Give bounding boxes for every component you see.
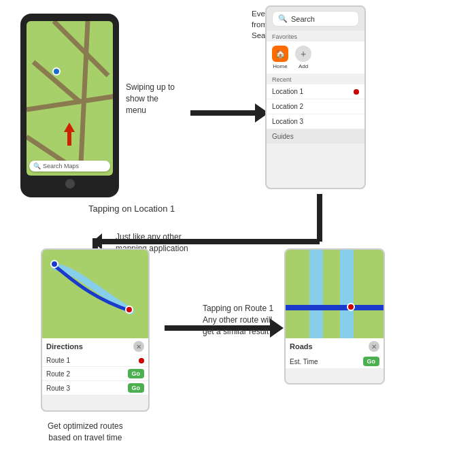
directions-phone: Directions ✕ Route 1 Route 2 Go Route 3 … [41,248,150,412]
map-search-bar[interactable]: 🔍 Search Maps [29,161,110,172]
search-placeholder: Search Maps [43,163,79,169]
home-icon: 🏠 [272,46,288,62]
map-screen: 🔍 Search Maps [27,21,113,176]
svg-line-2 [27,96,113,110]
current-location-dot [52,67,61,76]
swipe-line1: Swiping up to [126,82,175,92]
swipe-line2: show the [126,94,158,103]
location1-text: Location 1 [272,88,303,95]
nav-arrow [64,123,75,146]
arrow-right-top [190,103,269,123]
roads-go[interactable]: Go [363,357,380,366]
close-button[interactable]: ✕ [133,341,144,352]
route2-row[interactable]: Route 2 Go [42,367,148,381]
swipe-label: Swiping up to show the menu [126,82,175,116]
directions-title: Directions [46,342,83,351]
roads-svg [286,250,385,338]
directions-header: Directions ✕ [42,338,148,355]
favorites-label: Favorites [267,31,364,42]
tap-route-line2: Any other route will [203,315,272,325]
swipe-line3: menu [126,105,146,115]
location1-item[interactable]: Location 1 [267,84,364,99]
location3-text: Location 3 [272,118,303,125]
directions-map [42,250,148,338]
svg-rect-10 [309,250,323,338]
arrow-body [190,110,255,116]
add-label: Add [299,63,308,69]
search-phone: 🔍 Search Favorites 🏠 Home + Add Recent L… [265,5,366,189]
roads-map [286,250,384,338]
route3-label: Route 3 [46,385,70,392]
location2-item[interactable]: Location 2 [267,99,364,114]
route1-row[interactable]: Route 1 [42,355,148,367]
start-dot [50,260,58,268]
optimized-label: Get optimized routes based on travel tim… [48,421,123,444]
route2-label: Route 2 [46,370,70,378]
est-time-label: Est. Time [290,358,318,365]
location1-dot [354,89,359,95]
recent-label: Recent [267,74,364,84]
home-fav[interactable]: 🏠 Home [272,46,288,69]
tap-route-line3: get a similar result [203,327,269,336]
roads-phone: Roads ✕ Est. Time Go [284,248,385,385]
location2-text: Location 2 [272,103,303,110]
add-fav[interactable]: + Add [295,46,311,69]
optimized-line2: based on travel time [48,433,122,442]
location3-item[interactable]: Location 3 [267,114,364,129]
svg-line-4 [27,137,67,164]
tap-route-line1: Tapping on Route 1 [203,304,273,313]
map-phone: 🔍 Search Maps [20,14,119,197]
roads-header: Roads ✕ [286,338,384,355]
guides-section: Guides [267,129,364,144]
route3-row[interactable]: Route 3 Go [42,381,148,395]
svg-rect-11 [340,250,354,338]
add-icon: + [295,46,311,62]
end-dot [125,306,133,314]
route1-label: Route 1 [46,357,70,364]
route3-go[interactable]: Go [128,383,145,393]
search-label: Search [291,15,315,23]
search-bar[interactable]: 🔍 Search [272,11,359,27]
arrow-shaft [67,132,71,146]
route2-go[interactable]: Go [128,369,145,378]
search-icon: 🔍 [278,14,288,23]
roads-close[interactable]: ✕ [369,341,379,352]
dest-dot [347,303,355,311]
map-roads [27,21,113,176]
home-button[interactable] [65,179,75,189]
search-icon: 🔍 [33,163,41,169]
roads-title: Roads [290,342,313,351]
est-time-row: Est. Time Go [286,355,384,368]
favorites-row: 🏠 Home + Add [267,42,364,74]
svg-line-3 [81,21,88,164]
search-header: 🔍 Search [267,7,364,31]
tap-route-label: Tapping on Route 1 Any other route will … [203,303,273,337]
just-like-line1: Just like any other [116,232,182,242]
diagram: Everything a map needs from Apple Maps S… [0,0,476,456]
home-label: Home [273,63,287,69]
optimized-line1: Get optimized routes [48,421,123,431]
arrow-head [64,123,75,132]
route1-indicator [139,358,144,363]
svg-line-1 [54,21,108,76]
